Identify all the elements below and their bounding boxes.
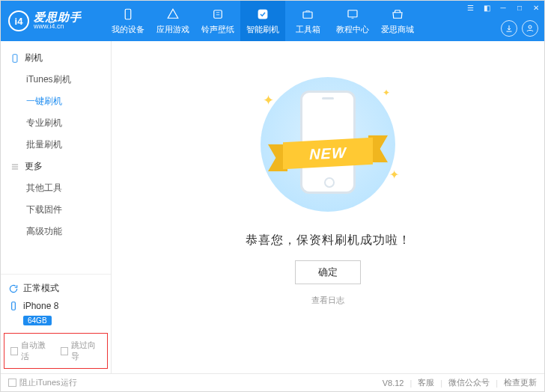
skin-button[interactable]: ◧ [478, 1, 495, 14]
sparkle-icon: ✦ [263, 92, 274, 108]
footer-options-box: 自动激活 跳过向导 [4, 333, 108, 369]
sidebar-item[interactable]: 专业刷机 [1, 112, 111, 134]
sidebar-group-more[interactable]: 更多 [1, 156, 111, 177]
success-illustration: ✦ ✦ ✦ NEW [249, 70, 407, 219]
skip-guide-label: 跳过向导 [71, 340, 101, 362]
ok-button[interactable]: 确定 [295, 260, 361, 284]
svg-rect-4 [348, 10, 357, 16]
nav-label: 智能刷机 [246, 24, 279, 35]
svg-rect-1 [214, 10, 222, 18]
sidebar-item[interactable]: 批量刷机 [1, 134, 111, 156]
sidebar-item[interactable]: 高级功能 [1, 221, 111, 242]
app-title: 爱思助手 [34, 11, 82, 24]
app-logo: i4 爱思助手 www.i4.cn [8, 10, 106, 31]
status-bar: 阻止iTunes运行 V8.12 | 客服 | 微信公众号 | 检查更新 [1, 373, 544, 391]
refresh-icon [8, 284, 19, 294]
sidebar-group-label: 更多 [25, 160, 43, 173]
svg-rect-6 [13, 54, 17, 62]
auto-activate-checkbox[interactable]: 自动激活 [10, 340, 52, 362]
nav-item-store[interactable]: 爱思商城 [375, 1, 420, 41]
sidebar-item[interactable]: 下载固件 [1, 199, 111, 221]
sidebar-item[interactable]: 其他工具 [1, 177, 111, 199]
nav-item-apps[interactable]: 应用游戏 [150, 1, 195, 41]
check-update-link[interactable]: 检查更新 [504, 377, 537, 388]
nav-item-tutorial[interactable]: 教程中心 [330, 1, 375, 41]
logo-badge: i4 [8, 10, 29, 31]
new-ribbon: NEW [268, 140, 388, 173]
view-log-link[interactable]: 查看日志 [311, 295, 344, 306]
sidebar-group-label: 刷机 [25, 52, 43, 64]
sidebar-item[interactable]: iTunes刷机 [1, 69, 111, 91]
sparkle-icon: ✦ [389, 168, 399, 182]
nav-item-flash[interactable]: 智能刷机 [240, 1, 285, 41]
maximize-button[interactable]: □ [511, 1, 528, 14]
device-mode-label: 正常模式 [23, 282, 59, 295]
success-message: 恭喜您，保资料刷机成功啦！ [246, 233, 411, 248]
block-itunes-checkbox[interactable]: 阻止iTunes运行 [8, 377, 77, 388]
user-button[interactable] [522, 20, 538, 37]
device-icon [8, 301, 19, 311]
sparkle-icon: ✦ [383, 88, 390, 98]
support-link[interactable]: 客服 [418, 377, 434, 388]
svg-rect-3 [303, 12, 312, 18]
wechat-link[interactable]: 微信公众号 [448, 377, 490, 388]
ribbon-text: NEW [309, 144, 347, 163]
close-button[interactable]: ✕ [528, 1, 544, 14]
download-button[interactable] [501, 20, 517, 37]
sidebar: 刷机 iTunes刷机一键刷机专业刷机批量刷机 更多 其他工具下载固件高级功能 … [1, 41, 112, 373]
nav-label: 工具箱 [296, 24, 320, 35]
nav-label: 应用游戏 [156, 24, 189, 35]
app-url: www.i4.cn [34, 23, 82, 31]
version-label: V8.12 [383, 379, 404, 388]
svg-rect-2 [258, 10, 267, 19]
svg-point-5 [529, 25, 532, 28]
nav-item-device[interactable]: 我的设备 [106, 1, 150, 41]
main-content: ✦ ✦ ✦ NEW 恭喜您，保资料刷机成功啦！ 确定 查看日志 [112, 41, 544, 373]
auto-activate-label: 自动激活 [21, 340, 51, 362]
nav-label: 铃声壁纸 [201, 24, 234, 35]
nav-item-ringtone[interactable]: 铃声壁纸 [195, 1, 240, 41]
nav-item-toolbox[interactable]: 工具箱 [285, 1, 330, 41]
nav-label: 爱思商城 [381, 24, 414, 35]
nav-label: 教程中心 [336, 24, 369, 35]
device-row[interactable]: iPhone 8 [8, 298, 103, 314]
app-header: i4 爱思助手 www.i4.cn 我的设备应用游戏铃声壁纸智能刷机工具箱教程中… [1, 1, 544, 41]
nav-label: 我的设备 [112, 24, 144, 35]
sidebar-group-flash[interactable]: 刷机 [1, 47, 111, 69]
device-name: iPhone 8 [23, 301, 58, 311]
menu-button[interactable]: ☰ [462, 1, 478, 14]
window-controls: ☰ ◧ ─ □ ✕ [462, 1, 544, 14]
svg-rect-0 [125, 9, 131, 19]
block-itunes-label: 阻止iTunes运行 [19, 377, 77, 388]
minimize-button[interactable]: ─ [495, 1, 511, 14]
skip-guide-checkbox[interactable]: 跳过向导 [61, 340, 102, 362]
device-storage-badge: 64GB [23, 316, 52, 325]
svg-rect-10 [12, 302, 16, 310]
sidebar-item[interactable]: 一键刷机 [1, 91, 111, 112]
device-mode-row[interactable]: 正常模式 [8, 279, 103, 298]
